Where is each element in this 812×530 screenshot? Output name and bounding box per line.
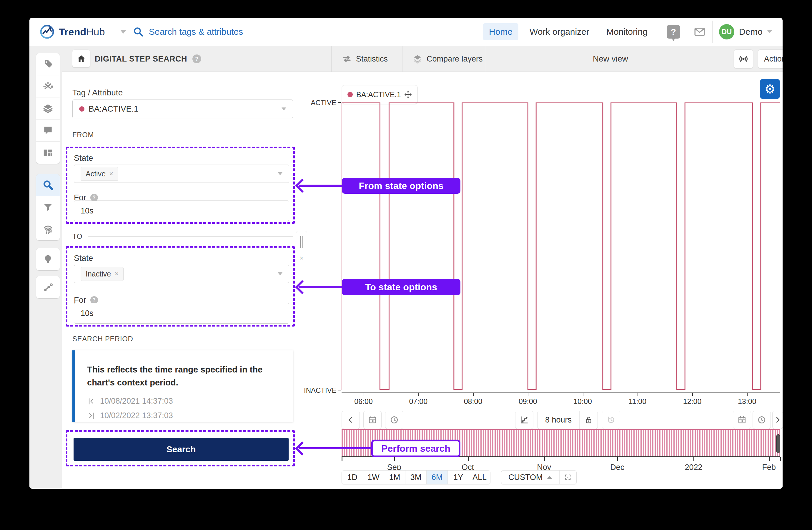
from-section-label: FROM [72, 131, 94, 139]
compare-layers-button[interactable]: Compare layers [412, 46, 483, 72]
y-label-inactive: INACTIVE [304, 386, 336, 394]
x-tick-label: 13:00 [738, 397, 756, 406]
range-button-1m[interactable]: 1M [384, 471, 405, 484]
from-for-input[interactable] [74, 200, 289, 221]
sidebar-item-tags[interactable] [36, 53, 60, 75]
title-help-icon[interactable]: ? [192, 55, 201, 63]
chip-remove-icon[interactable]: × [114, 270, 119, 278]
to-state-chip-label: Inactive [86, 270, 111, 278]
dashboard-icon [42, 147, 54, 158]
to-state-chip[interactable]: Inactive× [81, 267, 124, 281]
sidebar-item-layers[interactable] [36, 97, 60, 120]
from-section-header: FROM [72, 131, 293, 139]
actions-button[interactable]: Actions [758, 50, 783, 68]
pan-left-button[interactable] [342, 411, 360, 429]
user-menu[interactable]: DU Demo [719, 24, 772, 40]
tag-attribute-select[interactable]: BA:ACTIVE.1 [72, 99, 293, 118]
range-button-1d[interactable]: 1D [342, 471, 363, 484]
range-button-6m[interactable]: 6M [426, 471, 448, 484]
panel-collapse-button[interactable]: × [296, 253, 307, 263]
range-button-all[interactable]: ALL [469, 471, 490, 484]
sidebar-item-dashboard[interactable] [36, 142, 60, 164]
history-reset-button[interactable] [602, 411, 620, 429]
home-view-button[interactable] [72, 50, 90, 67]
nav-work-organizer[interactable]: Work organizer [524, 23, 595, 40]
y-label-active: ACTIVE [304, 99, 336, 107]
sidebar-item-comments[interactable] [36, 120, 60, 142]
chevron-left-icon [346, 415, 356, 424]
trend-plot[interactable] [342, 102, 780, 390]
toolbar-divider [402, 46, 403, 72]
sidebar-item-fingerprint[interactable] [36, 218, 60, 240]
chart-type-button[interactable] [515, 411, 533, 429]
duration-button[interactable]: 8 hours [537, 411, 579, 429]
from-state-label: State [74, 153, 93, 163]
chart-settings-button[interactable]: ⚙ [760, 79, 780, 99]
sidebar-item-recommendations[interactable] [36, 248, 60, 270]
month-tick [693, 457, 694, 461]
swap-arrows-icon [342, 54, 352, 64]
sidebar-item-filter[interactable] [36, 196, 60, 218]
avatar: DU [719, 24, 734, 40]
custom-range-button[interactable]: CUSTOM [501, 471, 559, 484]
range-button-3m[interactable]: 3M [405, 471, 426, 484]
expand-range-button[interactable] [559, 471, 576, 484]
search-period-label: SEARCH PERIOD [72, 335, 133, 343]
end-date-button[interactable] [733, 411, 751, 429]
nav-monitoring[interactable]: Monitoring [600, 23, 653, 40]
comment-icon [42, 125, 54, 136]
start-date-button[interactable] [363, 411, 381, 429]
month-label: 2022 [685, 463, 702, 472]
search-button[interactable]: Search [74, 438, 289, 461]
panel-resize-handle[interactable] [296, 231, 307, 253]
statistics-button[interactable]: Statistics [342, 46, 388, 72]
live-mode-button[interactable] [734, 50, 753, 68]
to-for-input[interactable] [74, 303, 289, 324]
to-state-select[interactable]: Inactive× [74, 265, 289, 283]
live-broadcast-icon [738, 54, 749, 64]
x-tick-label: 09:00 [519, 397, 537, 406]
context-period-bar[interactable] [342, 429, 780, 456]
section-divider [99, 135, 293, 135]
duration-lock-button[interactable] [579, 411, 597, 429]
chip-remove-icon[interactable]: × [109, 170, 113, 178]
actions-label: Actions [764, 55, 783, 64]
y-tick [338, 102, 341, 103]
legend-chip[interactable]: BA:ACTIVE.1 [342, 85, 418, 104]
from-state-annotation-box: State Active× For ? [66, 147, 295, 224]
search-button-annotation-box: Search [66, 430, 295, 466]
search-input[interactable] [149, 27, 314, 37]
duration-group: 8 hours [537, 411, 598, 429]
nav-home[interactable]: Home [483, 23, 518, 40]
range-button-1w[interactable]: 1W [363, 471, 384, 484]
context-bar-handle[interactable] [777, 434, 780, 453]
pan-right-button[interactable] [772, 411, 783, 429]
mail-icon[interactable] [693, 26, 706, 38]
logo-text: TrendHub [59, 26, 105, 38]
x-tick [473, 393, 474, 396]
sidebar-item-search[interactable] [36, 174, 60, 196]
x-tick-label: 08:00 [464, 397, 482, 406]
range-button-1y[interactable]: 1Y [448, 471, 469, 484]
sidebar-item-calculations[interactable] [36, 75, 60, 97]
from-state-chip-label: Active [86, 170, 106, 178]
month-tick [468, 457, 469, 461]
help-icon[interactable]: ? [667, 25, 680, 39]
page-title: DIGITAL STEP SEARCH [95, 55, 187, 64]
toolbar-divider [486, 46, 486, 72]
start-time-button[interactable] [385, 411, 403, 429]
sidebar-item-context[interactable] [36, 276, 60, 298]
content-region: Tag / Attribute BA:ACTIVE.1 FROM State [62, 72, 783, 489]
to-state-annotation-box: State Inactive× For ? [66, 246, 295, 326]
x-tick [528, 393, 528, 396]
logo-dropdown-caret[interactable] [120, 30, 126, 33]
period-start-row: 10/08/2021 14:37:03 [87, 396, 284, 406]
trendhub-logo[interactable]: TrendHub [40, 18, 126, 46]
end-time-button[interactable] [753, 411, 771, 429]
search-period-header: SEARCH PERIOD [72, 335, 293, 343]
from-state-chip[interactable]: Active× [81, 167, 118, 181]
view-toolbar: DIGITAL STEP SEARCH ? Statistics Compare… [62, 46, 783, 72]
month-tick [769, 457, 770, 461]
move-icon[interactable] [404, 91, 412, 98]
from-state-select[interactable]: Active× [74, 165, 289, 183]
